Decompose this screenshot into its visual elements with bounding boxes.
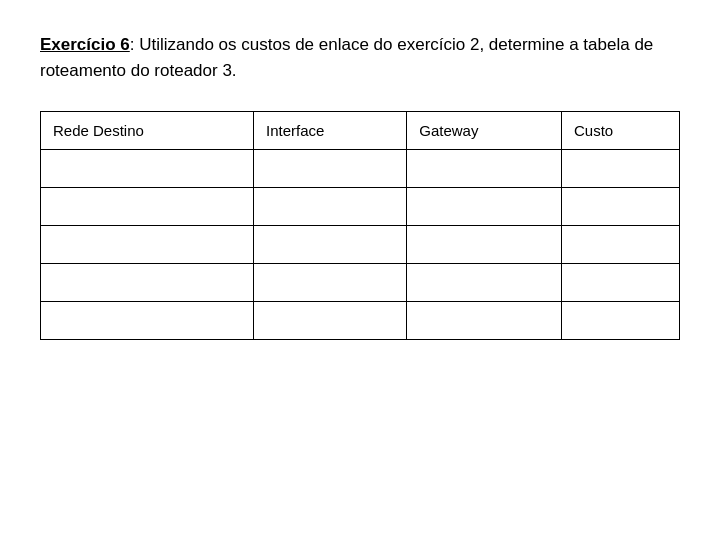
cell-rede_destino-3 xyxy=(41,264,254,302)
exercise-description: Exercício 6: Utilizando os custos de enl… xyxy=(40,32,680,83)
cell-gateway-2 xyxy=(407,226,562,264)
exercise-body: : Utilizando os custos de enlace do exer… xyxy=(40,35,653,80)
cell-interface-1 xyxy=(254,188,407,226)
cell-rede_destino-2 xyxy=(41,226,254,264)
cell-rede_destino-1 xyxy=(41,188,254,226)
cell-custo-0 xyxy=(562,150,680,188)
cell-custo-1 xyxy=(562,188,680,226)
cell-custo-4 xyxy=(562,302,680,340)
cell-gateway-1 xyxy=(407,188,562,226)
cell-interface-4 xyxy=(254,302,407,340)
table-header-row: Rede Destino Interface Gateway Custo xyxy=(41,112,680,150)
page-container: Exercício 6: Utilizando os custos de enl… xyxy=(0,0,720,540)
cell-interface-3 xyxy=(254,264,407,302)
table-row xyxy=(41,302,680,340)
cell-gateway-3 xyxy=(407,264,562,302)
routing-table: Rede Destino Interface Gateway Custo xyxy=(40,111,680,340)
cell-custo-3 xyxy=(562,264,680,302)
cell-rede_destino-0 xyxy=(41,150,254,188)
col-header-gateway: Gateway xyxy=(407,112,562,150)
cell-interface-0 xyxy=(254,150,407,188)
col-header-interface: Interface xyxy=(254,112,407,150)
table-row xyxy=(41,150,680,188)
cell-custo-2 xyxy=(562,226,680,264)
cell-gateway-4 xyxy=(407,302,562,340)
col-header-custo: Custo xyxy=(562,112,680,150)
table-row xyxy=(41,264,680,302)
exercise-title: Exercício 6 xyxy=(40,35,130,54)
table-row xyxy=(41,226,680,264)
table-row xyxy=(41,188,680,226)
cell-gateway-0 xyxy=(407,150,562,188)
cell-interface-2 xyxy=(254,226,407,264)
col-header-rede-destino: Rede Destino xyxy=(41,112,254,150)
cell-rede_destino-4 xyxy=(41,302,254,340)
